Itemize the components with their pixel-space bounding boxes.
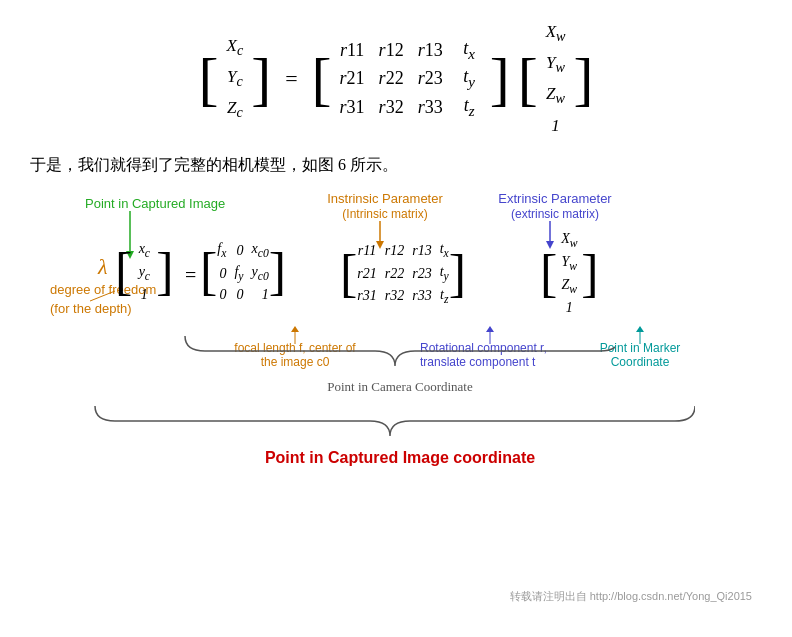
- top-matrix-equation: [ Xc Yc Zc ] = [ r11 r12 r13 tx r21 r22 …: [30, 20, 762, 137]
- label-intrinsic: Instrinsic Parameter (Intrinsic matrix): [315, 191, 455, 221]
- diag-lhs-br-right: ]: [156, 246, 173, 298]
- diag-intrinsic-matrix: [ fx 0 xc0 0 fy yc0 0 0 1 ]: [200, 241, 286, 303]
- label-captured-coord: Point in Captured Image coordinate: [220, 449, 580, 467]
- brace-camera-coord: [175, 331, 615, 381]
- diag-lhs-matrix: [ xc yc 1 ]: [115, 241, 174, 303]
- top-lhs-zc: Zc: [227, 96, 243, 123]
- d-yw: Yw: [557, 254, 581, 273]
- d-r12: r12: [385, 243, 404, 259]
- d-tz: tz: [440, 287, 449, 306]
- d-r13: r13: [412, 243, 431, 259]
- diag-world-br-right: ]: [581, 248, 598, 300]
- diag-xc: xc: [132, 241, 156, 260]
- int-fx: fx: [217, 241, 226, 260]
- label-camera-coord: Point in Camera Coordinate: [300, 379, 500, 395]
- d-r22: r22: [385, 266, 404, 282]
- lambda-label: λ: [98, 254, 108, 280]
- r11: r11: [340, 40, 365, 61]
- tx: tx: [457, 38, 482, 63]
- svg-marker-10: [486, 326, 494, 332]
- top-rot-bracket-left: [: [312, 49, 332, 109]
- brace-captured-coord: [85, 401, 695, 451]
- diag-int-br-left: [: [200, 246, 217, 298]
- d-ty: ty: [440, 264, 449, 283]
- top-lhs-matrix: Xc Yc Zc: [227, 34, 244, 124]
- top-lhs-yc: Yc: [227, 65, 243, 92]
- label-point-captured: Point in Captured Image: [85, 196, 225, 211]
- top-lhs-bracket-left: [: [199, 49, 219, 109]
- top-world-xw: Xw: [546, 20, 566, 47]
- int-0b: 0: [217, 266, 226, 282]
- r31: r31: [340, 97, 365, 118]
- top-world-yw: Yw: [546, 51, 565, 78]
- d-r32: r32: [385, 288, 404, 304]
- top-world-matrix: Xw Yw Zw 1: [546, 20, 566, 137]
- int-yc0: yc0: [251, 264, 268, 283]
- svg-marker-8: [291, 326, 299, 332]
- top-lhs-xc: Xc: [227, 34, 244, 61]
- top-rotation-matrix: r11 r12 r13 tx r21 r22 r23 ty r31 r32 r3…: [340, 38, 482, 120]
- d-r11: r11: [357, 243, 376, 259]
- d-1: 1: [557, 300, 581, 316]
- r32: r32: [379, 97, 404, 118]
- svg-line-6: [90, 291, 115, 301]
- tz: tz: [457, 95, 482, 120]
- arrow-marker-up: [630, 326, 650, 346]
- top-world-zw: Zw: [546, 82, 565, 109]
- top-lhs-bracket-right: ]: [251, 49, 271, 109]
- top-world-bracket-right: ]: [573, 49, 593, 109]
- int-xc0: xc0: [251, 241, 268, 260]
- diag-rot-br-right: ]: [449, 248, 466, 300]
- diagram-area: Point in Captured Image Instrinsic Param…: [30, 186, 762, 606]
- int-0d: 0: [234, 287, 243, 303]
- r22: r22: [379, 68, 404, 89]
- diag-lhs-cells: xc yc 1: [132, 241, 156, 303]
- page-container: [ Xc Yc Zc ] = [ r11 r12 r13 tx r21 r22 …: [0, 0, 792, 637]
- top-world-bracket-left: [: [518, 49, 538, 109]
- diag-world-cells: Xw Yw Zw 1: [557, 231, 581, 315]
- r12: r12: [379, 40, 404, 61]
- ty: ty: [457, 66, 482, 91]
- r21: r21: [340, 68, 365, 89]
- r13: r13: [418, 40, 443, 61]
- diag-rotation-matrix: [ r11 r12 r13 tx r21 r22 r23 ty r31 r32 …: [340, 241, 466, 305]
- d-r31: r31: [357, 288, 376, 304]
- diag-int-br-right: ]: [269, 246, 286, 298]
- diag-equals: =: [185, 264, 196, 287]
- d-r33: r33: [412, 288, 431, 304]
- diag-world-br-left: [: [540, 248, 557, 300]
- d-r23: r23: [412, 266, 431, 282]
- diag-rot-br-left: [: [340, 248, 357, 300]
- watermark: 转载请注明出自 http://blog.csdn.net/Yong_Qi2015: [510, 589, 752, 604]
- int-0a: 0: [234, 243, 243, 259]
- label-extrinsic: Extrinsic Parameter (extrinsic matrix): [485, 191, 625, 221]
- d-xw: Xw: [557, 231, 581, 250]
- diag-one: 1: [132, 287, 156, 303]
- top-world-1: 1: [551, 114, 560, 138]
- diag-yc: yc: [132, 264, 156, 283]
- int-1: 1: [251, 287, 268, 303]
- svg-marker-12: [636, 326, 644, 332]
- top-rot-bracket-right: ]: [490, 49, 510, 109]
- diag-intrinsic-cells: fx 0 xc0 0 fy yc0 0 0 1: [217, 241, 268, 303]
- int-fy: fy: [234, 264, 243, 283]
- r33: r33: [418, 97, 443, 118]
- r23: r23: [418, 68, 443, 89]
- d-tx: tx: [440, 241, 449, 260]
- int-0c: 0: [217, 287, 226, 303]
- diag-lhs-br-left: [: [115, 246, 132, 298]
- top-equals: =: [285, 66, 297, 92]
- diag-world-matrix: [ Xw Yw Zw 1 ]: [540, 231, 599, 315]
- arrow-rot-up: [480, 326, 500, 346]
- diag-rotation-cells: r11 r12 r13 tx r21 r22 r23 ty r31 r32 r3…: [357, 241, 448, 305]
- d-zw: Zw: [557, 277, 581, 296]
- d-r21: r21: [357, 266, 376, 282]
- arrow-focal-up: [285, 326, 305, 346]
- chinese-text: 于是，我们就得到了完整的相机模型，如图 6 所示。: [30, 155, 762, 176]
